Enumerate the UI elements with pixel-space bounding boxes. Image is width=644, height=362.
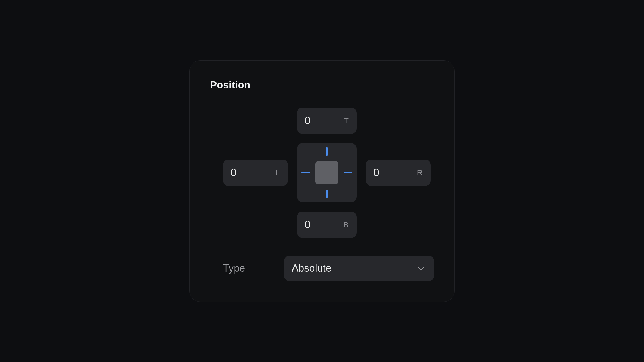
panel-title: Position [210, 79, 434, 91]
constraint-center-icon [315, 161, 338, 184]
type-value: Absolute [292, 263, 331, 274]
constraint-top-icon [326, 147, 328, 156]
offset-right-suffix: R [417, 168, 423, 177]
type-row: Type Absolute [223, 256, 434, 281]
offset-left-input[interactable]: 0 L [223, 160, 288, 186]
constraint-right-icon [344, 172, 352, 173]
offset-bottom-input[interactable]: 0 B [297, 212, 357, 238]
constraint-left-icon [301, 172, 310, 173]
offset-right-value: 0 [373, 167, 417, 179]
offset-top-value: 0 [305, 114, 344, 127]
offset-left-suffix: L [275, 168, 280, 177]
type-select[interactable]: Absolute [284, 256, 434, 281]
offset-left-value: 0 [230, 167, 275, 179]
offset-bottom-value: 0 [305, 219, 343, 231]
offset-bottom-suffix: B [343, 220, 349, 229]
position-controls: 0 T 0 L 0 R 0 B [223, 108, 421, 238]
offset-top-input[interactable]: 0 T [297, 108, 357, 134]
constraint-bottom-icon [326, 190, 328, 198]
constraint-indicator[interactable] [297, 143, 357, 202]
type-label: Type [223, 263, 273, 274]
chevron-down-icon [417, 265, 425, 272]
offset-top-suffix: T [344, 116, 349, 125]
position-panel: Position 0 T 0 L 0 R 0 B [189, 60, 455, 302]
offset-right-input[interactable]: 0 R [366, 160, 431, 186]
